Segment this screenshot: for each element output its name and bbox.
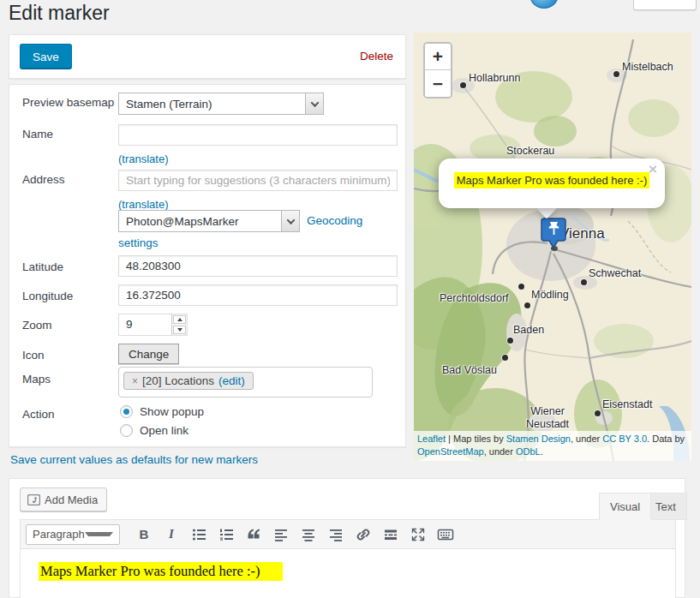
name-input[interactable]	[118, 124, 398, 146]
edit-marker-page: Edit marker Save Delete Preview basemap …	[0, 0, 700, 598]
map-label-stockerau: Stockerau	[506, 145, 554, 157]
spin-up-icon[interactable]	[173, 315, 186, 324]
city-dot	[507, 338, 513, 344]
partial-top-button[interactable]	[633, 0, 697, 10]
fullscreen-icon[interactable]	[406, 523, 430, 546]
map-label-bad-voeslau: Bad Vöslau	[442, 364, 497, 376]
zoom-stepper[interactable]: 9	[118, 314, 188, 336]
preview-basemap-label: Preview basemap	[22, 96, 114, 109]
show-popup-option-label: Show popup	[140, 405, 204, 418]
change-icon-button[interactable]: Change	[118, 344, 179, 364]
geocoder-select-value: Photon@MapsMarker	[119, 211, 281, 231]
add-media-button[interactable]: Add Media	[20, 487, 107, 511]
city-dot	[581, 279, 587, 285]
toolbar-toggle-keyboard-icon[interactable]	[434, 523, 458, 546]
attribution-text: .	[541, 446, 543, 457]
city-dot	[502, 355, 508, 361]
editor-content-area[interactable]: Maps Marker Pro was founded here :-)	[21, 549, 675, 598]
leaflet-link[interactable]: Leaflet	[417, 434, 446, 444]
action-option-show-popup[interactable]: Show popup	[120, 405, 204, 418]
action-option-open-link[interactable]: Open link	[120, 424, 188, 437]
tab-visual[interactable]: Visual	[599, 493, 651, 520]
attribution-text: , under	[484, 446, 516, 457]
map-tag-edit-link[interactable]: (edit)	[218, 374, 245, 387]
editor-container: Paragraph B I	[20, 519, 676, 598]
map-zoom-control: + −	[423, 42, 452, 99]
attribution-separator: |	[446, 434, 453, 444]
spinner-control	[171, 314, 187, 335]
editor-content-text: Maps Marker Pro was founded here :-)	[39, 562, 283, 581]
popup-text: Maps Marker Pro was founded here :-)	[439, 174, 665, 187]
map-preview[interactable]: Hollabrunn Mistelbach Stockerau Vienna S…	[414, 33, 691, 461]
media-icon	[27, 494, 40, 505]
openstreetmap-link[interactable]: OpenStreetMap	[417, 446, 484, 457]
zoom-label: Zoom	[22, 319, 52, 332]
radio-selected-icon[interactable]	[120, 405, 133, 418]
add-media-label: Add Media	[45, 493, 98, 506]
geocoder-select[interactable]: Photon@MapsMarker	[118, 210, 300, 232]
map-label-eisenstadt: Eisenstadt	[602, 398, 652, 410]
basemap-select-value: Stamen (Terrain)	[119, 98, 305, 111]
latitude-input[interactable]	[118, 255, 398, 277]
save-defaults-link[interactable]: Save current values as defaults for new …	[10, 453, 258, 466]
radio-unselected-icon[interactable]	[120, 424, 133, 437]
odbl-link[interactable]: ODbL	[516, 446, 541, 457]
map-label-schwechat: Schwechat	[589, 267, 641, 279]
icon-label: Icon	[22, 349, 45, 362]
chevron-down-icon	[305, 93, 323, 114]
map-attribution: Leaflet | Map tiles by Stamen Design, un…	[414, 431, 691, 461]
numbered-list-icon[interactable]	[214, 523, 238, 546]
paragraph-format-value: Paragraph	[33, 528, 85, 541]
attribution-text: . Data by	[647, 434, 685, 444]
zoom-out-button[interactable]: −	[425, 70, 451, 97]
city-dot	[460, 82, 466, 88]
zoom-in-button[interactable]: +	[425, 44, 451, 70]
basemap-select[interactable]: Stamen (Terrain)	[118, 93, 324, 115]
stamen-design-link[interactable]: Stamen Design	[506, 434, 571, 444]
city-dot	[595, 410, 601, 416]
popup-content-editor-panel: Add Media Visual Text Paragraph B I	[9, 478, 685, 598]
delete-link[interactable]: Delete	[360, 50, 393, 63]
address-input[interactable]	[118, 170, 398, 191]
plugin-logo-partial-icon	[529, 0, 559, 9]
name-label: Name	[22, 128, 53, 141]
save-toolbar-panel: Save Delete	[9, 34, 406, 79]
map-label-wiener-neustadt: Wiener Neustadt	[517, 405, 578, 431]
paragraph-format-select[interactable]: Paragraph	[26, 524, 120, 545]
align-left-icon[interactable]	[269, 523, 293, 546]
align-center-icon[interactable]	[296, 523, 320, 546]
cc-by-link[interactable]: CC BY 3.0	[602, 434, 647, 444]
link-icon[interactable]	[351, 523, 375, 546]
chevron-down-icon	[85, 532, 113, 536]
spin-down-icon[interactable]	[173, 326, 186, 334]
city-dot	[518, 284, 524, 290]
remove-tag-icon[interactable]: ×	[132, 375, 138, 387]
marker-popup: × Maps Marker Pro was founded here :-)	[439, 158, 665, 208]
city-dot	[613, 71, 619, 77]
zoom-value: 9	[119, 314, 171, 335]
bold-icon[interactable]: B	[132, 523, 156, 546]
name-translate-link[interactable]: (translate)	[118, 152, 169, 165]
longitude-label: Longitude	[22, 290, 73, 302]
map-label-perchtoldsdorf: Perchtoldsdorf	[440, 292, 509, 304]
attribution-text: Map tiles by	[453, 434, 506, 444]
map-label-mistelbach: Mistelbach	[622, 61, 673, 73]
map-tag: × [20] Locations (edit)	[123, 372, 254, 390]
address-translate-link[interactable]: (translate)	[118, 198, 169, 211]
page-title: Edit marker	[9, 1, 110, 26]
align-right-icon[interactable]	[324, 523, 348, 546]
bulleted-list-icon[interactable]	[187, 523, 211, 546]
save-button[interactable]: Save	[20, 44, 72, 69]
italic-icon[interactable]: I	[159, 523, 183, 546]
read-more-tag-icon[interactable]	[379, 523, 403, 546]
blockquote-icon[interactable]	[242, 523, 266, 546]
maps-label: Maps	[22, 373, 51, 386]
city-dot	[524, 302, 530, 308]
map-marker-icon[interactable]	[541, 216, 566, 252]
longitude-input[interactable]	[118, 284, 398, 306]
attribution-text: , under	[571, 434, 602, 444]
geocoder-row: Photon@MapsMarker Geocoding settings	[118, 210, 404, 254]
maps-multiselect[interactable]: × [20] Locations (edit)	[118, 367, 373, 398]
map-label-baden: Baden	[513, 324, 544, 336]
open-link-option-label: Open link	[140, 424, 188, 437]
